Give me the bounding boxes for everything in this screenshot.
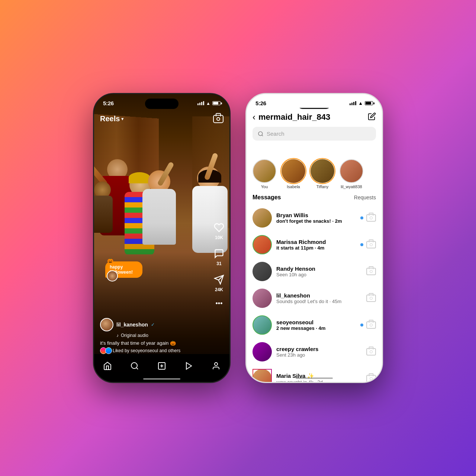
- story-row: Note… You 🎃 happy halloween!: [247, 157, 382, 193]
- camera-lens-bryan: [370, 216, 373, 219]
- story-tiffany-wrap: 🎃 👻👻: [311, 159, 334, 183]
- avatar-randy: [253, 262, 272, 281]
- like-button[interactable]: 10K: [213, 222, 225, 240]
- phones-container: 5:26 ▲ Reels ▾: [93, 93, 383, 383]
- home-bar-left: [143, 378, 180, 380]
- msg-preview-maria: wow caught in 4k · 3d: [276, 379, 362, 382]
- comment-count: 31: [216, 261, 221, 266]
- story-ring-tiffany: [309, 158, 335, 184]
- msg-item-maria[interactable]: Maria Silva ✨ wow caught in 4k · 3d: [253, 365, 376, 382]
- music-note-icon: ♪: [116, 333, 119, 338]
- unread-dot-seo: [360, 324, 363, 327]
- msg-right-lil: [366, 295, 376, 302]
- edit-button[interactable]: [368, 112, 376, 122]
- nav-profile[interactable]: [208, 358, 224, 374]
- creator-name: lil_kaneshon: [116, 322, 148, 328]
- nav-search[interactable]: [126, 358, 143, 374]
- msg-right-bryan: [360, 214, 376, 222]
- search-placeholder: Search: [267, 131, 284, 137]
- story-wyatt[interactable]: 🍒 lil_wyatt838: [340, 159, 363, 189]
- search-icon-light: [258, 131, 264, 137]
- msg-name-seo: seoyeonseoul: [276, 319, 356, 325]
- camera-lens-marissa: [370, 243, 373, 246]
- camera-button[interactable]: [213, 115, 223, 123]
- battery-light: [365, 101, 373, 105]
- more-options[interactable]: •••: [216, 300, 223, 308]
- messages-header-row: Messages Requests: [253, 194, 376, 201]
- unread-dot-marissa: [360, 243, 363, 246]
- svg-marker-7: [186, 363, 192, 369]
- msg-item-creepy[interactable]: creepy crawlers Sent 23h ago: [253, 338, 376, 365]
- story-isabela-wrap: 🎃 happy halloween!: [282, 159, 305, 183]
- svg-point-8: [215, 363, 218, 366]
- avatar-lil: [253, 289, 272, 308]
- camera-msg-marissa[interactable]: [366, 241, 376, 248]
- story-ring-isabela: [280, 158, 306, 184]
- signal-dark: [197, 101, 205, 105]
- camera-msg-lil[interactable]: [366, 295, 376, 302]
- right-phone: 5:26 ▲ ‹ mermaid_hair: [245, 93, 383, 383]
- person-center-body: [142, 189, 176, 245]
- story-label-you: You: [261, 184, 268, 189]
- nav-home[interactable]: [99, 358, 116, 374]
- back-button[interactable]: ‹: [253, 112, 255, 122]
- search-bar[interactable]: Search: [253, 127, 376, 141]
- camera-msg-randy[interactable]: [366, 268, 376, 275]
- avatar-bryan: [253, 208, 272, 228]
- verified-badge: ✓: [151, 322, 155, 327]
- msg-name-randy: Randy Henson: [276, 266, 362, 272]
- camera-lens-randy: [370, 270, 373, 273]
- reels-info: lil_kaneshon ✓ ♪ Original audio it's fin…: [100, 318, 205, 354]
- liked-by-text: Liked by seoyeonseoul and others: [113, 348, 180, 353]
- msg-item-lil[interactable]: lil_kaneshon Sounds good! Let's do it · …: [253, 285, 376, 312]
- msg-preview-lil: Sounds good! Let's do it · 45m: [276, 299, 362, 304]
- camera-msg-bryan[interactable]: [366, 214, 376, 222]
- camera-lens-seo: [370, 324, 373, 327]
- msg-right-marissa: [360, 241, 376, 248]
- msg-item-marissa[interactable]: Marissa Richmond it starts at 11pm · 4m: [253, 231, 376, 258]
- liked-row: Liked by seoyeonseoul and others: [100, 347, 205, 354]
- story-tiffany[interactable]: 🎃 👻👻 Tiffany: [311, 159, 334, 189]
- reels-header: Reels ▾: [94, 115, 229, 123]
- msg-item-seo[interactable]: seoyeonseoul 2 new messages · 4m: [253, 312, 376, 338]
- msg-name-creepy: creepy crawlers: [276, 346, 362, 352]
- msg-name-bryan: Bryan Willis: [276, 212, 356, 218]
- msg-item-bryan[interactable]: Bryan Willis don't forget the snacks! · …: [253, 205, 376, 231]
- requests-link[interactable]: Requests: [354, 194, 376, 200]
- nav-create[interactable]: [154, 358, 170, 374]
- share-button[interactable]: 24K: [213, 274, 225, 292]
- msg-preview-bryan: don't forget the snacks! · 2m: [276, 218, 356, 224]
- svg-point-2: [131, 363, 137, 369]
- bg-person-body: [94, 196, 113, 233]
- wifi-dark: ▲: [206, 101, 210, 106]
- comment-icon: [213, 248, 225, 260]
- msg-name-marissa: Marissa Richmond: [276, 239, 356, 245]
- unread-dot-bryan: [360, 216, 363, 219]
- battery-dark: [212, 101, 221, 105]
- status-icons-light: ▲: [350, 100, 373, 106]
- share-icon: [213, 274, 225, 286]
- avatar-maria: [253, 369, 272, 382]
- avatar-seo: [253, 315, 272, 335]
- camera-lens: [216, 117, 220, 121]
- nav-reels[interactable]: [181, 358, 197, 374]
- avatar-wyatt: [340, 159, 363, 183]
- camera-msg-creepy[interactable]: [366, 348, 376, 356]
- camera-lens-maria: [370, 377, 373, 380]
- username-title: mermaid_hair_843: [258, 112, 330, 122]
- story-you[interactable]: Note… You: [253, 159, 276, 189]
- camera-msg-maria[interactable]: [366, 375, 376, 382]
- svg-line-10: [262, 135, 263, 136]
- yellow-hair: [129, 172, 150, 183]
- audio-row: ♪ Original audio: [116, 333, 205, 338]
- msg-content-randy: Randy Henson Seen 10h ago: [276, 266, 362, 277]
- status-bar-dark: 5:26 ▲: [94, 94, 229, 108]
- msg-item-randy[interactable]: Randy Henson Seen 10h ago: [253, 258, 376, 285]
- avatar-marissa: [253, 235, 272, 254]
- msg-preview-marissa: it starts at 11pm · 4m: [276, 245, 356, 251]
- comment-button[interactable]: 31: [213, 248, 225, 266]
- time-light: 5:26: [255, 100, 266, 106]
- story-isabela[interactable]: 🎃 happy halloween! Isabela: [282, 159, 305, 189]
- camera-msg-seo[interactable]: [366, 321, 376, 329]
- liker-avatar-2: [105, 347, 112, 354]
